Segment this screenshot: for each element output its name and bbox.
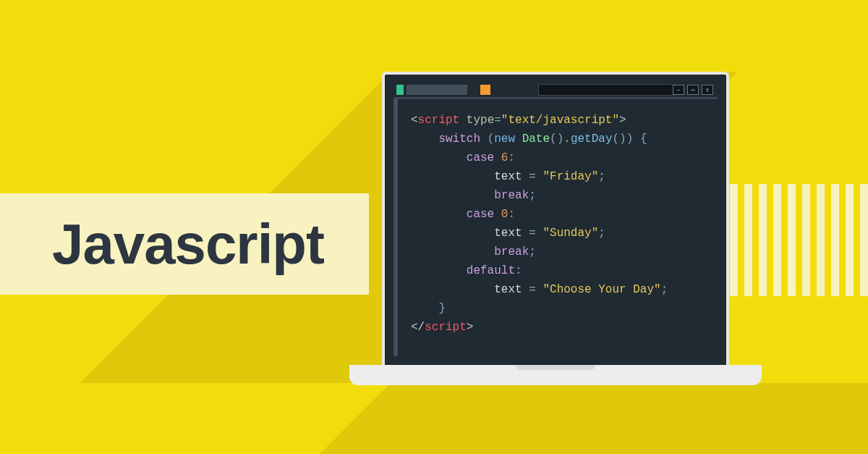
code-line: case 0: bbox=[411, 205, 712, 224]
code-line: switch (new Date().getDay()) { bbox=[411, 130, 712, 148]
code-line: text = "Friday"; bbox=[411, 167, 712, 186]
code-line: break; bbox=[411, 243, 712, 261]
tab-marker-icon bbox=[480, 85, 490, 95]
code-line: text = "Sunday"; bbox=[411, 224, 712, 243]
code-editor: – ▭ x <script type="text/javascript"> sw… bbox=[393, 83, 718, 356]
code-line: </script> bbox=[411, 318, 712, 337]
laptop-shadow bbox=[174, 383, 868, 454]
title-banner: Javascript bbox=[0, 193, 363, 295]
accent-bars bbox=[347, 193, 369, 295]
close-button[interactable]: x bbox=[702, 85, 713, 95]
editor-toolbar: – ▭ x bbox=[393, 83, 718, 99]
laptop-base bbox=[349, 365, 762, 385]
maximize-button[interactable]: ▭ bbox=[687, 85, 699, 95]
code-line: text = "Choose Your Day"; bbox=[411, 280, 712, 299]
code-block: <script type="text/javascript"> switch (… bbox=[411, 111, 712, 337]
address-field bbox=[538, 84, 676, 96]
laptop-illustration: – ▭ x <script type="text/javascript"> sw… bbox=[382, 72, 729, 385]
tab-selector bbox=[407, 85, 467, 95]
page-title: Javascript bbox=[0, 211, 324, 277]
minimize-button[interactable]: – bbox=[673, 85, 684, 95]
laptop-screen: – ▭ x <script type="text/javascript"> sw… bbox=[382, 72, 729, 365]
code-line: <script type="text/javascript"> bbox=[411, 111, 712, 130]
code-line: case 6: bbox=[411, 148, 712, 167]
window-controls: – ▭ x bbox=[673, 85, 713, 95]
code-line: } bbox=[411, 299, 712, 318]
code-line: break; bbox=[411, 186, 712, 205]
editor-gutter bbox=[393, 99, 398, 356]
decorative-stripes bbox=[715, 184, 868, 296]
tab-indicator-icon bbox=[396, 85, 404, 95]
code-line: default: bbox=[411, 261, 712, 280]
